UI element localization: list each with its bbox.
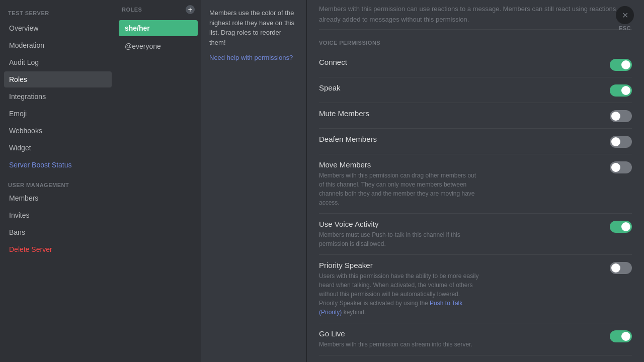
permission-row-use-voice-activity: Use Voice Activity Members must use Push… — [319, 214, 632, 255]
toggle-deafen-members[interactable] — [610, 136, 632, 148]
sidebar-item-bans[interactable]: Bans — [4, 224, 112, 240]
permission-info-use-voice-activity: Use Voice Activity Members must use Push… — [319, 220, 602, 248]
permission-info-priority-speaker: Priority Speaker Users with this permiss… — [319, 261, 602, 317]
toggle-container-go-live — [610, 330, 632, 342]
permission-desc-move-members: Members with this permission can drag ot… — [319, 171, 480, 207]
sidebar-item-roles[interactable]: Roles — [4, 71, 112, 87]
toggle-container-move-members — [610, 161, 632, 173]
toggle-priority-speaker[interactable] — [610, 262, 632, 274]
permission-name-mute-members: Mute Members — [319, 109, 602, 118]
permission-row-connect: Connect — [319, 52, 632, 77]
sidebar-item-emoji[interactable]: Emoji — [4, 106, 112, 122]
add-role-button[interactable]: + — [186, 5, 195, 14]
sidebar-item-delete-server[interactable]: Delete Server — [4, 241, 112, 257]
permission-name-connect: Connect — [319, 58, 602, 66]
toggle-container-connect — [610, 59, 632, 71]
sidebar-item-webhooks[interactable]: Webhooks — [4, 123, 112, 139]
sidebar-item-integrations[interactable]: Integrations — [4, 88, 112, 105]
permission-info-speak: Speak — [319, 83, 602, 94]
toggle-container-use-voice-activity — [610, 221, 632, 233]
toggle-speak[interactable] — [610, 84, 632, 97]
priority-speaker-desc-after: keybind. — [342, 309, 366, 316]
esc-icon[interactable]: ✕ — [616, 6, 634, 24]
sidebar-item-invites[interactable]: Invites — [4, 207, 112, 223]
roles-info-panel: Members use the color of the highest rol… — [201, 0, 307, 362]
sidebar-item-overview[interactable]: Overview — [4, 20, 112, 36]
toggle-move-members[interactable] — [610, 161, 632, 173]
sidebar-item-server-boost-status[interactable]: Server Boost Status — [4, 157, 112, 173]
toggle-mute-members[interactable] — [610, 110, 632, 122]
permission-desc-use-voice-activity: Members must use Push-to-talk in this ch… — [319, 230, 480, 248]
esc-label: ESC — [619, 25, 631, 31]
toggle-go-live[interactable] — [610, 330, 632, 342]
voice-permissions-label: VOICE PERMISSIONS — [319, 29, 632, 52]
intro-text: Members with this permission can use rea… — [319, 0, 632, 25]
sidebar-item-moderation[interactable]: Moderation — [4, 37, 112, 53]
permission-row-priority-speaker: Priority Speaker Users with this permiss… — [319, 255, 632, 323]
sidebar-item-widget[interactable]: Widget — [4, 140, 112, 156]
permission-desc-go-live: Members with this permission can stream … — [319, 340, 480, 349]
toggle-connect[interactable] — [610, 59, 632, 71]
roles-header: ROLES + — [116, 0, 201, 19]
permission-row-mute-members: Mute Members — [319, 103, 632, 129]
role-item-everyone[interactable]: @everyone — [119, 38, 198, 54]
toggle-container-speak — [610, 84, 632, 97]
toggle-container-deafen-members — [610, 136, 632, 148]
permission-row-go-live: Go Live Members with this permission can… — [319, 323, 632, 355]
permission-info-mute-members: Mute Members — [319, 109, 602, 120]
user-management-label: USER MANAGEMENT — [4, 174, 112, 190]
permission-row-deafen-members: Deafen Members — [319, 129, 632, 154]
roles-info-description: Members use the color of the highest rol… — [209, 8, 298, 47]
permission-name-go-live: Go Live — [319, 329, 602, 338]
sidebar-item-audit-log[interactable]: Audit Log — [4, 54, 112, 70]
sidebar: TEST SERVER Overview Moderation Audit Lo… — [0, 0, 116, 362]
role-item-she-her[interactable]: she/her — [119, 20, 198, 36]
permission-name-deafen-members: Deafen Members — [319, 135, 602, 143]
permission-desc-priority-speaker: Users with this permission have the abil… — [319, 272, 480, 317]
permission-name-use-voice-activity: Use Voice Activity — [319, 220, 602, 228]
server-name: TEST SERVER — [4, 8, 112, 20]
toggle-container-mute-members — [610, 110, 632, 122]
toggle-use-voice-activity[interactable] — [610, 221, 632, 233]
permission-info-go-live: Go Live Members with this permission can… — [319, 329, 602, 349]
main-content: Members with this permission can use rea… — [307, 0, 644, 362]
permission-name-speak: Speak — [319, 83, 602, 92]
permission-info-connect: Connect — [319, 58, 602, 68]
roles-help-link[interactable]: Need help with permissions? — [209, 54, 293, 61]
permission-info-deafen-members: Deafen Members — [319, 135, 602, 145]
esc-icon-symbol: ✕ — [622, 11, 628, 20]
roles-header-label: ROLES — [122, 7, 142, 13]
roles-panel: ROLES + she/her @everyone — [116, 0, 201, 362]
permission-row-move-members: Move Members Members with this permissio… — [319, 154, 632, 214]
permission-row-speak: Speak — [319, 77, 632, 103]
toggle-container-priority-speaker — [610, 262, 632, 274]
permission-name-move-members: Move Members — [319, 160, 602, 169]
permission-info-move-members: Move Members Members with this permissio… — [319, 160, 602, 207]
sidebar-item-members[interactable]: Members — [4, 190, 112, 206]
permission-name-priority-speaker: Priority Speaker — [319, 261, 602, 269]
esc-button[interactable]: ✕ ESC — [616, 6, 634, 31]
